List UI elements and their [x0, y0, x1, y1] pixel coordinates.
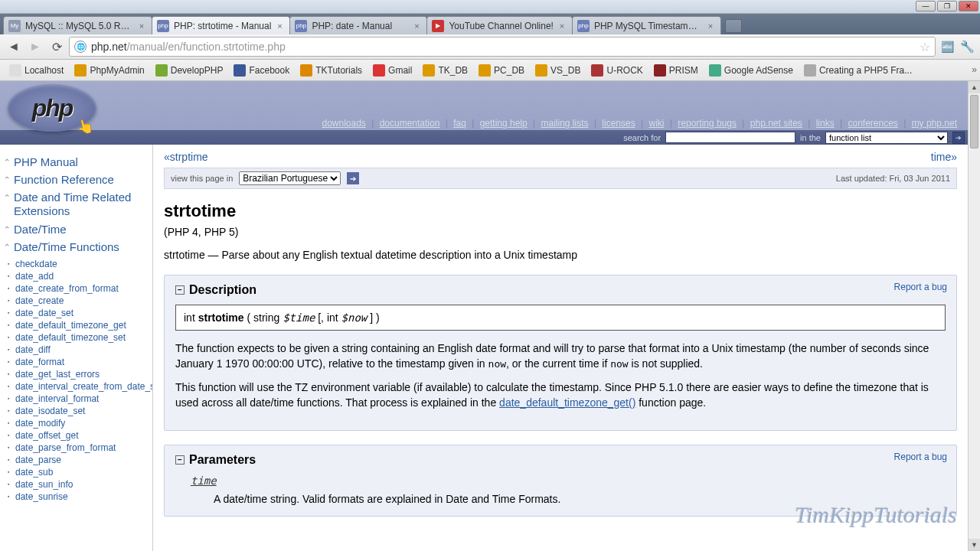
sidebar-datetime-ext[interactable]: Date and Time Related Extensions [14, 191, 148, 218]
header-nav-link[interactable]: faq [450, 118, 469, 129]
bookmark-item[interactable]: Localhost [5, 62, 68, 79]
sidebar-function-reference[interactable]: Function Reference [14, 173, 148, 186]
sidebar-function-item[interactable]: date_parse_from_format [15, 442, 148, 454]
sidebar-function-item[interactable]: date_interval_create_from_date_string [15, 380, 148, 393]
method-synopsis: int strtotime ( string $time [, int $now… [175, 305, 946, 331]
browser-tab[interactable]: MyMySQL :: MySQL 5.0 Refe...× [3, 16, 152, 34]
bookmark-item[interactable]: Google AdSense [704, 62, 798, 79]
collapse-toggle-icon-2[interactable]: − [175, 455, 185, 465]
header-nav-link[interactable]: mailing lists [538, 118, 592, 129]
search-go-button[interactable]: ➔ [952, 132, 965, 144]
site-info-icon[interactable]: 🌐 [74, 41, 87, 53]
prev-link[interactable]: «strptime [164, 151, 208, 163]
sidebar-function-item[interactable]: date_isodate_set [15, 405, 148, 417]
sidebar-function-item[interactable]: date_add [15, 270, 148, 282]
header-nav-link[interactable]: my php.net [909, 118, 960, 129]
bookmark-star-icon[interactable]: ☆ [920, 40, 930, 54]
header-nav-link[interactable]: php.net sites [747, 118, 805, 129]
bookmark-item[interactable]: PhpMyAdmin [70, 62, 149, 79]
header-nav-link[interactable]: licenses [599, 118, 638, 129]
browser-tab[interactable]: phpPHP: strtotime - Manual× [152, 16, 290, 34]
window-minimize-button[interactable]: — [916, 1, 936, 11]
bookmark-item[interactable]: PC_DB [474, 62, 529, 79]
sidebar-function-item[interactable]: date_default_timezone_set [15, 331, 148, 344]
window-close-button[interactable]: ✕ [959, 1, 978, 11]
next-link[interactable]: time» [931, 151, 957, 163]
bookmark-item[interactable]: U-ROCK [586, 62, 647, 79]
browser-tab[interactable]: phpPHP: date - Manual× [289, 16, 427, 34]
header-nav-link[interactable]: wiki [645, 118, 667, 129]
header-nav-link[interactable]: documentation [377, 118, 443, 129]
sidebar-function-item[interactable]: date_create_from_format [15, 282, 148, 295]
sidebar-php-manual[interactable]: PHP Manual [14, 155, 148, 168]
bookmark-label: PhpMyAdmin [90, 65, 144, 76]
sidebar-function-item[interactable]: date_modify [15, 417, 148, 429]
browser-tab[interactable]: ▶YouTube Channel Online!× [426, 16, 573, 34]
translate-icon[interactable]: 🔤 [939, 38, 956, 55]
scroll-thumb[interactable] [970, 95, 978, 148]
bookmark-item[interactable]: VS_DB [531, 62, 585, 79]
sidebar-function-item[interactable]: date_get_last_errors [15, 368, 148, 380]
search-input[interactable] [665, 132, 795, 143]
header-nav-link[interactable]: reporting bugs [675, 118, 740, 129]
sidebar-function-item[interactable]: date_date_set [15, 307, 148, 319]
reload-button[interactable]: ⟳ [47, 37, 66, 56]
sidebar-function-item[interactable]: date_format [15, 356, 148, 368]
sidebar-function-item[interactable]: date_sun_info [15, 478, 148, 491]
tab-close-icon[interactable]: × [411, 21, 422, 31]
date-formats-link[interactable]: Date and Time Formats [446, 493, 557, 505]
header-nav-link[interactable]: conferences [844, 118, 900, 129]
collapse-toggle-icon[interactable]: − [175, 285, 185, 295]
back-button[interactable]: ◄ [5, 37, 23, 56]
header-nav-link[interactable]: getting help [477, 118, 531, 129]
tab-close-icon[interactable]: × [136, 21, 147, 31]
description-para-2: This function will use the TZ environmen… [175, 380, 946, 410]
scroll-down-button[interactable]: ▼ [969, 539, 980, 551]
tab-close-icon[interactable]: × [705, 21, 716, 31]
tab-close-icon[interactable]: × [557, 21, 567, 31]
bookmark-item[interactable]: DevelopPHP [151, 62, 228, 79]
bookmark-item[interactable]: TK_DB [418, 62, 472, 79]
sidebar-function-item[interactable]: date_parse [15, 454, 148, 466]
window-maximize-button[interactable]: ❐ [937, 1, 957, 11]
search-for-label: search for [623, 133, 661, 142]
bookmarks-overflow-icon[interactable]: » [972, 64, 977, 75]
browser-tab[interactable]: phpPHP MySQL Timestamp ...× [572, 16, 721, 34]
tab-favicon-icon: php [295, 20, 307, 32]
sidebar-function-item[interactable]: date_offset_get [15, 429, 148, 442]
language-go-button[interactable]: ➔ [347, 172, 359, 184]
window-titlebar: — ❐ ✕ [0, 0, 980, 14]
bookmark-item[interactable]: Creating a PHP5 Fra... [799, 62, 916, 79]
bookmark-item[interactable]: Facebook [229, 62, 294, 79]
bookmark-favicon-icon [423, 64, 435, 77]
sidebar-datetime-functions[interactable]: Date/Time Functions [14, 240, 148, 253]
sidebar-function-item[interactable]: date_create [15, 295, 148, 307]
bookmark-favicon-icon [9, 64, 21, 77]
sidebar-function-item[interactable]: date_sub [15, 466, 148, 478]
bookmark-item[interactable]: TKTutorials [296, 62, 367, 79]
bookmark-favicon-icon [709, 64, 721, 77]
bookmark-item[interactable]: Gmail [368, 62, 416, 79]
report-bug-link-2[interactable]: Report a bug [894, 452, 947, 462]
new-tab-button[interactable] [725, 19, 742, 33]
bookmark-label: Facebook [249, 65, 289, 76]
tz-link[interactable]: date_default_timezone_get() [499, 396, 635, 409]
bookmark-item[interactable]: PRISM [649, 62, 703, 79]
scroll-up-button[interactable]: ▲ [969, 81, 980, 93]
bookmark-favicon-icon [74, 64, 87, 77]
sidebar-function-item[interactable]: checkdate [15, 258, 148, 270]
vertical-scrollbar[interactable]: ▲ ▼ [968, 81, 980, 551]
header-nav-link[interactable]: downloads [318, 118, 368, 129]
sidebar-function-item[interactable]: date_diff [15, 344, 148, 356]
header-nav-link[interactable]: links [813, 118, 838, 129]
sidebar-function-item[interactable]: date_default_timezone_get [15, 319, 148, 331]
settings-wrench-icon[interactable]: 🔧 [959, 38, 975, 55]
language-select[interactable]: Brazilian Portuguese [239, 171, 341, 185]
sidebar-datetime[interactable]: Date/Time [14, 223, 148, 236]
search-scope-select[interactable]: function list [825, 132, 948, 144]
address-bar[interactable]: 🌐 php.net/manual/en/function.strtotime.p… [69, 37, 936, 57]
report-bug-link[interactable]: Report a bug [894, 282, 947, 292]
tab-close-icon[interactable]: × [274, 21, 285, 31]
sidebar-function-item[interactable]: date_interval_format [15, 393, 148, 405]
sidebar-function-item[interactable]: date_sunrise [15, 491, 148, 503]
